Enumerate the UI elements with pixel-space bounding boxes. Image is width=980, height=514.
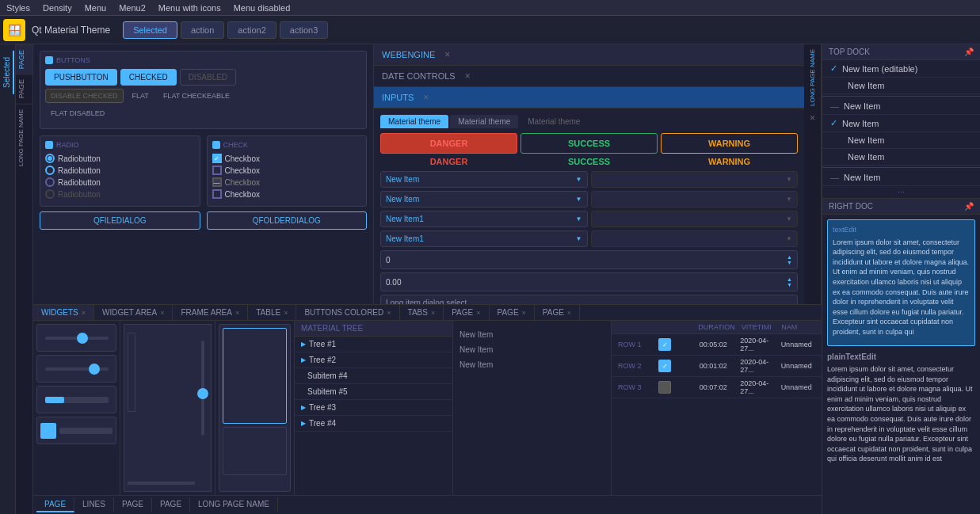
radio-item-1[interactable]: Radiobutton <box>45 154 195 163</box>
bottom-tab-widget-area[interactable]: WIDGET AREA × <box>94 305 174 320</box>
tab-close-buttons-colored[interactable]: × <box>387 309 391 317</box>
tab-close-page1[interactable]: × <box>476 309 480 317</box>
checkbox-row-1[interactable]: ✓ <box>658 338 671 351</box>
dock-item-0[interactable]: ✓ New Item (editable) <box>822 60 980 78</box>
bottom-tab-buttons-colored[interactable]: BUTTONS COLORED × <box>296 305 399 320</box>
warning-button[interactable]: WARNING <box>661 133 798 154</box>
tree-item-2[interactable]: ▶ Tree #2 <box>295 352 452 368</box>
footer-tab-lines[interactable]: LINES <box>74 497 114 512</box>
dock-item-3[interactable]: ✓ New Item <box>822 115 980 132</box>
spinbox-int[interactable]: 0 ▲ ▼ <box>380 250 798 269</box>
success-button[interactable]: SUCCESS <box>521 133 658 154</box>
menu-with-icons[interactable]: Menu with icons <box>158 3 221 13</box>
dock-item-5[interactable]: New Item <box>822 149 980 166</box>
long-page-tab-1[interactable]: LONG PAGE NAME <box>807 44 818 111</box>
menu-density[interactable]: Density <box>43 3 72 13</box>
dropdown-2[interactable]: New Item ▼ <box>380 191 588 208</box>
spinbox-int-arrows[interactable]: ▲ ▼ <box>787 254 792 265</box>
page-tab-1[interactable]: PAGE <box>16 44 32 74</box>
spinbox-up[interactable]: ▲ <box>787 254 792 260</box>
top-dock-pin[interactable]: 📌 <box>964 48 974 56</box>
scrollbar-h[interactable] <box>128 482 195 485</box>
tab-close-page3[interactable]: × <box>567 309 571 317</box>
menu-menu[interactable]: Menu <box>85 3 107 13</box>
spinbox-float-arrows[interactable]: ▲ ▼ <box>787 276 792 287</box>
date-close[interactable]: × <box>462 69 474 83</box>
inputs-close[interactable]: × <box>420 90 432 105</box>
flat-button[interactable]: FLAT <box>127 89 154 103</box>
tree-item-4[interactable]: ▶ Tree #4 <box>295 416 452 432</box>
row-checkbox-3[interactable] <box>655 381 696 394</box>
bottom-tab-frame-area[interactable]: FRAME AREA × <box>173 305 248 320</box>
dock-item-1[interactable]: New Item <box>822 78 980 94</box>
tab-selected[interactable]: Selected <box>123 21 177 39</box>
tree-item-subitem4[interactable]: Subitem #4 <box>295 368 452 384</box>
menu-styles[interactable]: Styles <box>6 3 30 13</box>
tab-action[interactable]: action <box>181 21 224 39</box>
text-edit-box[interactable]: textEdit Lorem ipsum dolor sit amet, con… <box>827 219 975 346</box>
we-tab-webengine[interactable]: WEBENGINE × <box>374 44 804 66</box>
bottom-tab-page3[interactable]: PAGE × <box>535 305 580 320</box>
dock-item-2[interactable]: — New Item <box>822 98 980 115</box>
footer-tab-page[interactable]: PAGE <box>36 497 74 512</box>
flat-checkable-button[interactable]: FLAT CHECKEABLE <box>158 89 235 103</box>
bottom-tab-table[interactable]: TABLE × <box>248 305 296 320</box>
row-checkbox-2[interactable]: ✓ <box>655 360 696 372</box>
dropdown-1[interactable]: New Item ▼ <box>380 171 588 188</box>
dropdown-3[interactable]: New Item1 ▼ <box>380 211 588 227</box>
check-item-4[interactable]: Checkbox <box>212 189 362 199</box>
tab-close-widgets[interactable]: × <box>82 309 86 317</box>
radio-item-3[interactable]: Radiobutton <box>45 177 195 187</box>
webengine-close[interactable]: × <box>441 48 453 62</box>
checkbox-row-3[interactable] <box>658 381 671 394</box>
pushbutton[interactable]: PUSHBUTTON <box>45 69 117 86</box>
slider-thumb-v[interactable] <box>197 388 208 399</box>
check-item-2[interactable]: Checkbox <box>212 166 362 175</box>
tab-action2[interactable]: action2 <box>227 21 276 39</box>
page-tab-long[interactable]: LONG PAGE NAME <box>16 104 32 171</box>
radio-item-2[interactable]: Radiobutton <box>45 166 195 175</box>
footer-tab-page3[interactable]: PAGE <box>152 497 190 512</box>
theme-tab-1[interactable]: Material theme <box>380 115 448 128</box>
bottom-tab-widgets[interactable]: WIDGETS × <box>33 305 94 320</box>
check-item-1[interactable]: ✓ Checkbox <box>212 154 362 163</box>
dropdown-4[interactable]: New Item1 ▼ <box>380 230 588 247</box>
tab-close-page2[interactable]: × <box>522 309 526 317</box>
page-tab-2[interactable]: PAGE <box>16 74 32 103</box>
spinbox-down[interactable]: ▼ <box>787 260 792 265</box>
slider-thumb-2[interactable] <box>89 364 100 375</box>
bottom-tab-tabs[interactable]: TABS × <box>400 305 444 320</box>
spinbox-float-up[interactable]: ▲ <box>787 276 792 282</box>
tab-action3[interactable]: action3 <box>280 21 328 39</box>
long-page-close[interactable]: × <box>806 111 818 125</box>
menu-menu2[interactable]: Menu2 <box>119 3 146 13</box>
danger-button[interactable]: DANGER <box>380 133 517 154</box>
right-dock-pin[interactable]: 📌 <box>964 202 974 211</box>
spinbox-float[interactable]: 0.00 ▲ ▼ <box>380 272 798 291</box>
checked-button[interactable]: CHECKED <box>120 69 177 86</box>
theme-tab-2[interactable]: Material theme <box>450 115 518 128</box>
qfolderdialog-button[interactable]: QFOLDERDIALOG <box>207 211 368 230</box>
tree-item-subitem5[interactable]: Subitem #5 <box>295 384 452 400</box>
footer-tab-long[interactable]: LONG PAGE NAME <box>190 497 278 512</box>
slider-thumb-h[interactable] <box>77 333 88 344</box>
plain-text-content[interactable]: Lorem ipsum dolor sit amet, consectetur … <box>827 364 975 464</box>
row-checkbox-1[interactable]: ✓ <box>655 338 696 351</box>
tree-item-1[interactable]: ▶ Tree #1 <box>295 337 452 352</box>
dock-item-6[interactable]: — New Item <box>822 169 980 186</box>
tab-close-widget-area[interactable]: × <box>160 309 164 317</box>
qfiledialog-button[interactable]: QFILEDIALOG <box>40 211 200 230</box>
checkbox-row-2[interactable]: ✓ <box>658 360 671 372</box>
menu-disabled[interactable]: Menu disabled <box>234 3 291 13</box>
dock-item-4[interactable]: New Item <box>822 132 980 149</box>
we-tab-date[interactable]: DATE CONTROLS × <box>374 66 804 87</box>
tree-item-3[interactable]: ▶ Tree #3 <box>295 400 452 416</box>
spinbox-float-down[interactable]: ▼ <box>787 282 792 287</box>
tab-close-frame-area[interactable]: × <box>235 309 239 317</box>
bottom-tab-page1[interactable]: PAGE × <box>444 305 489 320</box>
sidebar-tab-selected[interactable]: Selected <box>1 51 14 94</box>
we-tab-inputs[interactable]: INPUTS × <box>374 87 804 109</box>
tab-close-tabs[interactable]: × <box>431 309 435 317</box>
footer-tab-page2[interactable]: PAGE <box>114 497 152 512</box>
tab-close-table[interactable]: × <box>284 309 288 317</box>
